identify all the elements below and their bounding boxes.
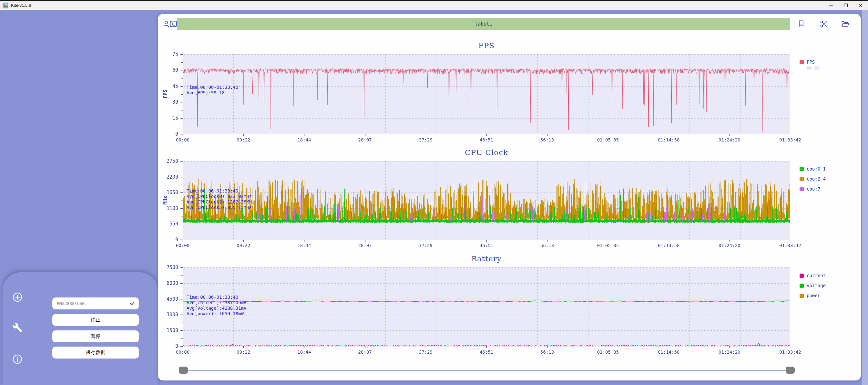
x-tick-label: 00:00 [165,243,200,248]
pause-button[interactable]: 暂停 [52,330,139,343]
x-tick-label: 01:33:42 [772,137,808,143]
y-tick-label: 550 [149,221,178,227]
close-button[interactable]: ✕ [853,1,868,10]
sidebar-card [3,272,158,385]
annotation-line: Time:00:06-01:33:40 [187,295,246,300]
annotation-line: Avg(power):-1659.18mW [187,311,246,317]
legend-swatch[interactable] [800,294,804,298]
legend-label[interactable]: cpu:0-1 [807,166,826,172]
x-tick-label: 18:44 [286,243,322,248]
time-range-slider-left-handle[interactable] [179,366,188,374]
legend-label[interactable]: power [807,293,820,298]
chart-title-fps: FPS [183,41,790,50]
close-icon: ✕ [859,3,863,8]
stop-button[interactable]: 停止 [52,314,139,326]
x-tick-label: 00:00 [165,350,200,355]
chart-title-battery: Battery [183,255,790,263]
x-tick-label: 01:05:35 [590,350,626,355]
x-tick-label: 37:29 [408,137,443,143]
legend-label[interactable]: cpu:2-4 [807,176,826,181]
x-tick-label: 09:22 [226,243,261,248]
x-tick-label: 28:07 [347,137,383,143]
x-tick-label: 18:44 [286,137,322,143]
time-range-slider-right-handle[interactable] [786,366,795,374]
fps-chart-canvas[interactable] [176,52,790,139]
x-tick-label: 00:00 [165,137,200,143]
legend-swatch[interactable] [800,273,804,278]
y-tick-label: 60 [149,67,178,73]
x-tick-label: 01:14:58 [651,243,687,248]
add-device-button[interactable] [12,292,23,302]
y-axis-title: FPS [162,81,168,107]
legend-label[interactable]: voltage [807,283,826,288]
settings-wrench-button[interactable] [12,322,23,333]
x-tick-label: 01:05:35 [590,243,626,248]
chart-annotation: Time:00:06-01:33:40Avg(CPUClock0):822.03… [187,188,255,210]
y-tick-label: 6000 [149,280,178,286]
scissors-icon[interactable] [819,20,828,28]
legend-swatch[interactable] [800,177,804,181]
x-tick-label: 01:24:20 [712,350,747,355]
y-tick-label: 0 [149,343,178,349]
annotation-line: Time:00:06-01:33:40 [187,188,255,194]
annotation-line: Avg(CPUClock5):855.15MHz [187,205,255,210]
x-tick-label: 28:07 [347,350,383,355]
y-tick-label: 4500 [149,296,178,302]
time-range-slider-track[interactable] [181,370,795,371]
annotation-line: Avg(CPUClock0):822.03MHz [187,194,255,199]
y-axis-title: MHz [162,187,168,213]
x-tick-label: 01:05:35 [590,137,626,143]
x-tick-label: 01:33:42 [772,350,808,355]
x-tick-label: 46:51 [469,350,504,355]
legend-swatch[interactable] [800,187,804,191]
device-select[interactable]: RMX3888(USB) [52,297,139,309]
bookmark-icon[interactable] [797,19,805,28]
x-tick-label: 28:07 [347,243,383,248]
window-scrollbar[interactable] [862,10,868,385]
legend-swatch[interactable] [800,60,804,64]
y-tick-label: 15 [149,115,178,121]
annotation-line: Avg(current):-387.09mA [187,300,246,305]
legend-swatch[interactable] [800,167,804,171]
legend-swatch[interactable] [800,284,804,288]
titlebar: Kite-v1.5.6 ✕ [0,1,868,10]
x-tick-label: 37:29 [408,243,443,248]
save-data-button[interactable]: 保存数据 [52,347,139,358]
x-tick-label: 01:24:20 [712,137,747,143]
y-tick-label: 1500 [149,327,178,333]
cpu-chart-canvas[interactable] [176,158,790,244]
battery-chart-canvas[interactable] [176,265,790,351]
annotation-line: Avg(CPUClock2):1262.38MHz [187,199,255,205]
y-tick-label: 7500 [149,265,178,270]
minimize-icon [829,5,833,5]
annotation-line: Time:00:06-01:33:40 [187,85,238,90]
legend-label[interactable]: current [807,273,826,278]
y-tick-label: 75 [149,51,178,57]
chevron-down-icon [129,302,134,305]
legend-label[interactable]: FPS [807,59,815,65]
x-tick-label: 18:44 [286,350,322,355]
y-tick-label: 0 [149,237,178,242]
legend-current-value: 60.92 [807,65,819,70]
legend-label[interactable]: cpu:7 [807,186,820,191]
x-tick-label: 01:14:58 [651,350,687,355]
chart-title-cpu: CPU Clock [183,148,790,157]
info-button[interactable] [12,354,23,364]
x-tick-label: 56:13 [529,243,565,248]
maximize-button[interactable] [838,1,853,10]
x-tick-label: 09:22 [226,137,261,143]
window-controls: ✕ [824,1,868,10]
app-icon [3,3,8,8]
annotation-line: Avg(voltage):4288.31mV [187,305,246,311]
terminal-icon[interactable] [169,20,178,28]
device-select-value: RMX3888(USB) [57,301,87,306]
x-tick-label: 01:24:20 [712,243,747,248]
open-folder-icon[interactable] [841,20,849,28]
x-tick-label: 37:29 [408,350,443,355]
minimize-button[interactable] [824,1,838,10]
y-tick-label: 0 [149,131,178,137]
app-window: Kite-v1.5.6 ✕ RMX3888(USB) 停止 暂停 保存数据 [0,0,868,385]
y-tick-label: 3000 [149,312,178,318]
y-tick-label: 2200 [149,174,178,180]
label-input[interactable]: label1 [177,18,790,30]
